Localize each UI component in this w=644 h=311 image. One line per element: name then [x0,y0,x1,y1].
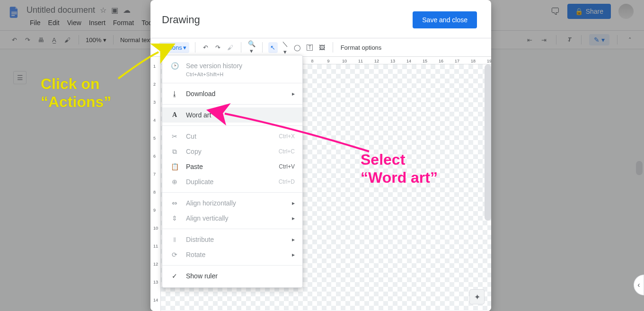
submenu-arrow-icon: ▸ [292,90,295,97]
indent-increase-icon[interactable]: ⇥ [539,36,548,44]
ruler-tick: 7 [153,172,156,177]
ruler-tick: 12 [153,262,158,267]
ruler-tick: 1 [153,64,156,69]
vertical-ruler: 1234567891011121314 [150,57,161,311]
outline-toggle[interactable]: ☰ [13,71,26,84]
menu-item-label: Duplicate [186,178,213,186]
account-avatar[interactable] [618,4,634,19]
share-button[interactable]: 🔒 Share [567,4,611,19]
drawing-toolbar: Actions ▾ ↶ ↷ 🖌 🔍 ▾ ↖ ＼ ▾ ◯ 🅃 🖼 Format o… [150,38,491,57]
history-icon: 🕑 [170,62,179,70]
star-icon[interactable]: ☆ [100,6,106,15]
ruler-tick: 16 [439,59,443,63]
menu-item-label: Download [186,90,215,98]
check-icon: ✓ [170,272,179,280]
docs-logo[interactable] [6,4,23,21]
menu-item-align-horizontally: ⇔Align horizontally▸ [162,195,302,211]
menu-format[interactable]: Format [110,17,137,28]
print-icon[interactable]: 🖶 [36,36,45,44]
spellcheck-icon[interactable]: A̲ [49,36,59,44]
menu-file[interactable]: File [26,17,44,28]
select-tool-icon[interactable]: ↖ [268,42,278,53]
cloud-saved-icon: ☁ [123,6,131,15]
lock-icon: 🔒 [575,8,583,15]
ruler-tick: 13 [153,280,158,284]
ruler-tick: 19 [487,59,491,63]
duplicate-icon: ⊕ [170,178,179,186]
zoom-icon[interactable]: 🔍 ▾ [247,38,256,56]
menu-insert[interactable]: Insert [86,17,109,28]
menu-item-download[interactable]: ⭳Download▸ [162,86,302,101]
ruler-tick: 14 [406,59,411,63]
menu-shortcut: Ctrl+D [279,178,295,185]
menu-item-label: Distribute [186,236,214,243]
paint-format-icon[interactable]: 🖌 [62,36,72,44]
menu-item-label: See version history [186,62,242,70]
document-title[interactable]: Untitled document [26,5,95,15]
ruler-tick: 9 [153,208,156,213]
cut-icon: ✂ [170,133,179,140]
menu-item-label: Align vertically [186,214,228,222]
actions-button[interactable]: Actions ▾ [159,42,189,53]
svg-rect-2 [11,15,15,16]
download-icon: ⭳ [170,90,179,98]
ruler-tick: 18 [471,59,476,63]
undo-icon[interactable]: ↶ [201,42,211,53]
undo-icon[interactable]: ↶ [9,36,19,44]
menu-item-label: Align horizontally [186,199,236,207]
line-tool-icon[interactable]: ＼ ▾ [281,38,290,57]
menu-separator [162,83,302,83]
format-options-button[interactable]: Format options [341,44,382,51]
menu-item-label: Copy [186,148,202,155]
menu-view[interactable]: View [64,17,85,28]
menu-item-align-vertically: ⇕Align vertically▸ [162,211,302,226]
wordart-icon: A [170,111,179,119]
menu-item-duplicate: ⊕DuplicateCtrl+D [162,174,302,189]
image-tool-icon[interactable]: 🖼 [318,42,327,53]
docs-menubar: File Edit View Insert Format Tools [26,17,160,28]
menu-separator [162,125,302,126]
submenu-arrow-icon: ▸ [292,215,295,222]
svg-rect-1 [11,13,17,14]
style-selector[interactable]: Normal text [120,36,151,44]
ruler-tick: 11 [358,59,363,63]
docs-scrollbar[interactable] [636,161,643,175]
menu-separator [162,265,302,266]
ruler-tick: 8 [153,190,156,195]
zoom-selector[interactable]: 100% ▾ [86,36,106,44]
dialog-title: Drawing [162,14,200,26]
move-icon[interactable]: ▣ [111,6,118,15]
redo-icon[interactable]: ↷ [213,42,223,53]
actions-dropdown: 🕑See version historyCtrl+Alt+Shift+H⭳Dow… [162,55,303,288]
menu-separator [162,192,302,193]
clear-format-icon[interactable]: 𝙏̷ [564,36,573,44]
indent-decrease-icon[interactable]: ⇤ [525,36,534,44]
menu-shortcut: Ctrl+X [279,133,295,140]
submenu-arrow-icon: ▸ [292,236,295,243]
shape-tool-icon[interactable]: ◯ [293,42,302,53]
ruler-tick: 17 [455,59,459,63]
alignv-icon: ⇕ [170,214,179,222]
menu-item-label: Rotate [186,251,205,258]
ruler-tick: 6 [153,154,156,159]
menu-item-label: Cut [186,133,196,140]
menu-item-show-ruler[interactable]: ✓Show ruler [162,268,302,284]
menu-item-word-art[interactable]: AWord art [162,107,302,123]
collapse-toolbar-icon[interactable]: ˄ [625,36,635,44]
distribute-icon: ⫴ [170,236,179,244]
paint-format-icon[interactable]: 🖌 [226,42,235,53]
menu-edit[interactable]: Edit [45,17,63,28]
comments-icon[interactable]: 🗨 [550,6,560,17]
textbox-tool-icon[interactable]: 🅃 [305,42,315,53]
editing-mode-button[interactable]: ✎ ▾ [589,34,609,45]
docs-icon [8,6,21,19]
canvas-scrollbar[interactable] [485,64,491,221]
save-and-close-button[interactable]: Save and close [413,11,477,28]
explore-button[interactable]: ✦ [469,289,485,304]
redo-icon[interactable]: ↷ [23,36,32,44]
caret-down-icon: ▾ [183,44,186,51]
paste-icon: 📋 [170,163,179,170]
ruler-tick: 8 [311,59,313,63]
menu-item-paste[interactable]: 📋PasteCtrl+V [162,159,302,174]
menu-shortcut: Ctrl+V [279,163,295,170]
